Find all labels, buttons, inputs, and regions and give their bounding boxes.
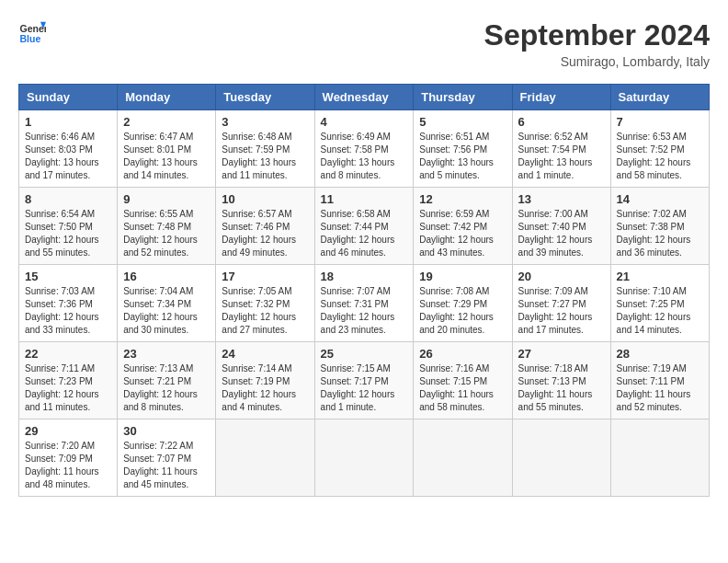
day-info: Sunrise: 6:59 AM Sunset: 7:42 PM Dayligh… [419, 208, 506, 259]
day-info: Sunrise: 6:54 AM Sunset: 7:50 PM Dayligh… [25, 208, 111, 259]
calendar-week-1: 1Sunrise: 6:46 AM Sunset: 8:03 PM Daylig… [19, 110, 710, 188]
calendar-cell: 17Sunrise: 7:05 AM Sunset: 7:32 PM Dayli… [216, 265, 314, 342]
weekday-header-wednesday: Wednesday [314, 85, 414, 110]
day-number: 26 [419, 347, 506, 361]
day-number: 3 [222, 115, 308, 129]
day-number: 18 [321, 270, 408, 283]
weekday-header-sunday: Sunday [19, 85, 118, 110]
day-number: 10 [222, 192, 308, 206]
calendar-cell [314, 419, 414, 497]
page-header: General Blue September 2024 Sumirago, Lo… [18, 18, 710, 69]
day-info: Sunrise: 6:52 AM Sunset: 7:54 PM Dayligh… [518, 131, 605, 182]
weekday-header-monday: Monday [118, 85, 216, 110]
calendar-cell: 1Sunrise: 6:46 AM Sunset: 8:03 PM Daylig… [19, 110, 118, 188]
calendar-cell: 30Sunrise: 7:22 AM Sunset: 7:07 PM Dayli… [118, 419, 216, 497]
day-info: Sunrise: 7:22 AM Sunset: 7:07 PM Dayligh… [123, 440, 210, 491]
calendar-header-row: SundayMondayTuesdayWednesdayThursdayFrid… [19, 85, 710, 110]
day-number: 30 [123, 424, 210, 438]
day-number: 29 [25, 424, 111, 438]
day-number: 24 [222, 347, 308, 361]
calendar-cell: 5Sunrise: 6:51 AM Sunset: 7:56 PM Daylig… [414, 110, 512, 188]
weekday-header-friday: Friday [512, 85, 610, 110]
calendar-cell: 23Sunrise: 7:13 AM Sunset: 7:21 PM Dayli… [118, 342, 216, 419]
calendar-cell: 19Sunrise: 7:08 AM Sunset: 7:29 PM Dayli… [414, 265, 512, 342]
day-number: 20 [518, 270, 605, 283]
day-info: Sunrise: 6:46 AM Sunset: 8:03 PM Dayligh… [25, 131, 111, 182]
day-number: 12 [419, 192, 506, 206]
calendar-table: SundayMondayTuesdayWednesdayThursdayFrid… [18, 84, 710, 497]
day-number: 4 [321, 115, 408, 129]
calendar-cell: 4Sunrise: 6:49 AM Sunset: 7:58 PM Daylig… [314, 110, 414, 188]
calendar-cell: 24Sunrise: 7:14 AM Sunset: 7:19 PM Dayli… [216, 342, 314, 419]
day-info: Sunrise: 7:13 AM Sunset: 7:21 PM Dayligh… [123, 362, 210, 414]
weekday-header-saturday: Saturday [610, 85, 709, 110]
calendar-cell: 25Sunrise: 7:15 AM Sunset: 7:17 PM Dayli… [314, 342, 414, 419]
calendar-cell: 8Sunrise: 6:54 AM Sunset: 7:50 PM Daylig… [19, 188, 118, 265]
logo: General Blue [18, 18, 46, 46]
month-title: September 2024 [484, 18, 710, 52]
weekday-header-thursday: Thursday [414, 85, 512, 110]
calendar-cell: 16Sunrise: 7:04 AM Sunset: 7:34 PM Dayli… [118, 265, 216, 342]
calendar-week-3: 15Sunrise: 7:03 AM Sunset: 7:36 PM Dayli… [19, 265, 710, 342]
calendar-cell: 7Sunrise: 6:53 AM Sunset: 7:52 PM Daylig… [610, 110, 709, 188]
day-info: Sunrise: 6:51 AM Sunset: 7:56 PM Dayligh… [419, 131, 506, 182]
day-info: Sunrise: 7:19 AM Sunset: 7:11 PM Dayligh… [617, 362, 703, 414]
calendar-cell: 18Sunrise: 7:07 AM Sunset: 7:31 PM Dayli… [314, 265, 414, 342]
day-info: Sunrise: 6:53 AM Sunset: 7:52 PM Dayligh… [617, 131, 703, 182]
day-number: 21 [617, 270, 703, 283]
day-number: 2 [123, 115, 210, 129]
day-number: 8 [25, 192, 111, 206]
day-number: 11 [321, 192, 408, 206]
calendar-cell: 13Sunrise: 7:00 AM Sunset: 7:40 PM Dayli… [512, 188, 610, 265]
day-info: Sunrise: 7:07 AM Sunset: 7:31 PM Dayligh… [321, 285, 408, 337]
day-info: Sunrise: 7:02 AM Sunset: 7:38 PM Dayligh… [617, 208, 703, 259]
day-info: Sunrise: 7:20 AM Sunset: 7:09 PM Dayligh… [25, 440, 111, 491]
day-number: 13 [518, 192, 605, 206]
svg-text:Blue: Blue [20, 33, 41, 44]
day-number: 9 [123, 192, 210, 206]
day-info: Sunrise: 7:14 AM Sunset: 7:19 PM Dayligh… [222, 362, 308, 414]
calendar-cell [216, 419, 314, 497]
day-number: 1 [25, 115, 111, 129]
calendar-cell: 12Sunrise: 6:59 AM Sunset: 7:42 PM Dayli… [414, 188, 512, 265]
calendar-cell: 28Sunrise: 7:19 AM Sunset: 7:11 PM Dayli… [610, 342, 709, 419]
day-number: 16 [123, 270, 210, 283]
calendar-cell: 20Sunrise: 7:09 AM Sunset: 7:27 PM Dayli… [512, 265, 610, 342]
calendar-cell: 10Sunrise: 6:57 AM Sunset: 7:46 PM Dayli… [216, 188, 314, 265]
day-info: Sunrise: 7:08 AM Sunset: 7:29 PM Dayligh… [419, 285, 506, 337]
title-area: September 2024 Sumirago, Lombardy, Italy [484, 18, 710, 69]
day-number: 7 [617, 115, 703, 129]
weekday-header-tuesday: Tuesday [216, 85, 314, 110]
calendar-cell [610, 419, 709, 497]
day-info: Sunrise: 6:58 AM Sunset: 7:44 PM Dayligh… [321, 208, 408, 259]
location-subtitle: Sumirago, Lombardy, Italy [484, 54, 710, 69]
calendar-cell: 6Sunrise: 6:52 AM Sunset: 7:54 PM Daylig… [512, 110, 610, 188]
day-info: Sunrise: 7:04 AM Sunset: 7:34 PM Dayligh… [123, 285, 210, 337]
calendar-cell: 14Sunrise: 7:02 AM Sunset: 7:38 PM Dayli… [610, 188, 709, 265]
day-info: Sunrise: 7:15 AM Sunset: 7:17 PM Dayligh… [321, 362, 408, 414]
day-info: Sunrise: 6:57 AM Sunset: 7:46 PM Dayligh… [222, 208, 308, 259]
calendar-cell [512, 419, 610, 497]
day-number: 28 [617, 347, 703, 361]
day-number: 25 [321, 347, 408, 361]
day-info: Sunrise: 6:48 AM Sunset: 7:59 PM Dayligh… [222, 131, 308, 182]
day-info: Sunrise: 7:11 AM Sunset: 7:23 PM Dayligh… [25, 362, 111, 414]
day-info: Sunrise: 7:18 AM Sunset: 7:13 PM Dayligh… [518, 362, 605, 414]
calendar-cell: 21Sunrise: 7:10 AM Sunset: 7:25 PM Dayli… [610, 265, 709, 342]
day-info: Sunrise: 7:03 AM Sunset: 7:36 PM Dayligh… [25, 285, 111, 337]
day-number: 5 [419, 115, 506, 129]
day-info: Sunrise: 7:16 AM Sunset: 7:15 PM Dayligh… [419, 362, 506, 414]
calendar-cell: 22Sunrise: 7:11 AM Sunset: 7:23 PM Dayli… [19, 342, 118, 419]
day-info: Sunrise: 7:10 AM Sunset: 7:25 PM Dayligh… [617, 285, 703, 337]
day-number: 14 [617, 192, 703, 206]
calendar-week-2: 8Sunrise: 6:54 AM Sunset: 7:50 PM Daylig… [19, 188, 710, 265]
calendar-week-5: 29Sunrise: 7:20 AM Sunset: 7:09 PM Dayli… [19, 419, 710, 497]
calendar-week-4: 22Sunrise: 7:11 AM Sunset: 7:23 PM Dayli… [19, 342, 710, 419]
day-number: 15 [25, 270, 111, 283]
calendar-cell: 29Sunrise: 7:20 AM Sunset: 7:09 PM Dayli… [19, 419, 118, 497]
day-info: Sunrise: 7:00 AM Sunset: 7:40 PM Dayligh… [518, 208, 605, 259]
calendar-cell: 11Sunrise: 6:58 AM Sunset: 7:44 PM Dayli… [314, 188, 414, 265]
calendar-cell: 26Sunrise: 7:16 AM Sunset: 7:15 PM Dayli… [414, 342, 512, 419]
day-number: 19 [419, 270, 506, 283]
calendar-cell [414, 419, 512, 497]
